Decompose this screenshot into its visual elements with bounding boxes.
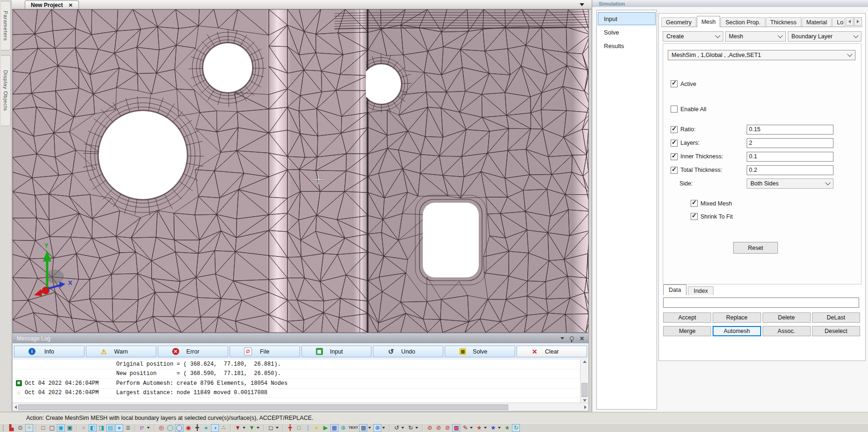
scroll-left-icon[interactable] — [14, 405, 17, 409]
results-plot-icon[interactable]: ▙ — [7, 424, 15, 432]
snap-nodes-icon[interactable]: ∴ — [220, 424, 228, 432]
mesh-set-dropdown[interactable]: MeshSim , 1,Global , ,Active,SET1 — [668, 50, 855, 60]
tab-scroll-left-button[interactable] — [846, 17, 854, 26]
3d-viewport[interactable]: YX — [12, 9, 589, 333]
side-tab-display-objects[interactable]: Display Objects — [1, 55, 11, 126]
solve-log-button[interactable]: ▦Solve — [445, 346, 515, 357]
field-checkbox[interactable] — [671, 126, 678, 133]
tab-material[interactable]: Material — [802, 17, 832, 27]
snap-center-icon[interactable]: ◉ — [184, 424, 192, 432]
field-input[interactable] — [747, 138, 833, 148]
pin-icon[interactable] — [570, 336, 574, 340]
horizontal-scroll-thumb[interactable] — [18, 404, 508, 410]
tab-scroll-right-button[interactable] — [854, 17, 862, 26]
deselect-button[interactable]: Deselect — [812, 326, 860, 336]
warn-log-button[interactable]: ⚠Warn — [86, 346, 156, 357]
horizontal-scrollbar[interactable] — [13, 403, 588, 411]
field-input[interactable] — [747, 125, 833, 135]
action-dropdown[interactable]: Create — [663, 31, 723, 42]
visibility-eye-icon[interactable]: ⊙ — [16, 424, 24, 432]
snap-cluster-icon[interactable]: ╋ — [193, 424, 201, 432]
entity-curve-icon[interactable]: ◧ — [89, 424, 97, 432]
filter-green-icon[interactable]: ▼ — [248, 424, 256, 432]
dropdown-caret-icon[interactable] — [147, 427, 150, 429]
option-checkbox[interactable] — [691, 213, 698, 220]
type-dropdown[interactable]: Boundary Layer — [788, 31, 861, 42]
entity-point-icon[interactable]: ▫ — [80, 424, 88, 432]
log-row[interactable]: ▦Oct 04 2022 04:26:04PMPerform Automesh:… — [13, 379, 580, 389]
field-checkbox[interactable] — [671, 140, 678, 147]
hidden-line-cube-icon[interactable]: ▢ — [48, 424, 56, 432]
message-log-rows[interactable]: Original position = ( 368.624, 77.180, 2… — [13, 360, 580, 403]
message-log-titlebar[interactable]: Message Log ✕ — [13, 333, 588, 343]
entity-dropdown[interactable]: Mesh — [725, 31, 786, 42]
tab-index[interactable]: Index — [688, 286, 714, 295]
delete-mode-icon[interactable]: ⊘ — [426, 424, 434, 432]
input-log-button[interactable]: ▦Input — [301, 346, 372, 357]
snap-circle-icon[interactable]: ◯ — [166, 424, 174, 432]
close-icon[interactable]: ✕ — [580, 336, 584, 341]
delete-mesh-icon[interactable]: ⊘ — [443, 424, 451, 432]
sim-nav-solve[interactable]: Solve — [598, 26, 656, 39]
dropdown-caret-icon[interactable] — [243, 427, 245, 429]
log-row[interactable]: ⚠Oct 04 2022 04:26:04PMLargest distance:… — [13, 389, 580, 398]
refresh-boxed-icon[interactable]: ↻ — [512, 424, 520, 432]
filter-red-icon[interactable]: ▼ — [234, 424, 242, 432]
snap-boxed-sphere-icon[interactable]: ◑ — [211, 424, 219, 432]
regenerate-green-icon[interactable]: ★ — [503, 424, 511, 432]
sim-nav-input[interactable]: Input — [598, 12, 656, 25]
merge-button[interactable]: Merge — [663, 326, 711, 336]
active-checkbox[interactable] — [671, 80, 678, 87]
wireframe-cube-icon[interactable]: □ — [39, 424, 47, 432]
dropdown-caret-icon[interactable] — [368, 427, 371, 429]
dropdown-caret-icon[interactable] — [415, 427, 418, 429]
regenerate-blue-icon[interactable]: ★ — [489, 424, 497, 432]
dropdown-caret-icon[interactable] — [401, 427, 404, 429]
vertical-scroll-thumb[interactable] — [581, 383, 588, 397]
globe-icon[interactable]: ⊕ — [339, 424, 347, 432]
dropdown-caret-icon[interactable] — [498, 427, 501, 429]
entity-solid-icon[interactable]: ▤ — [106, 424, 114, 432]
snap-ellipse-icon[interactable]: ◯ — [175, 424, 183, 432]
side-dropdown[interactable]: Both Sides — [747, 178, 833, 189]
entity-surface-icon[interactable]: ◨ — [98, 424, 105, 432]
replace-button[interactable]: Replace — [713, 312, 761, 323]
collapse-icon[interactable] — [560, 337, 564, 340]
shaded-edges-cube-icon[interactable]: ▣ — [66, 424, 74, 432]
tab-data[interactable]: Data — [663, 284, 686, 295]
dropdown-caret-icon[interactable] — [470, 427, 473, 429]
log-row[interactable]: New position = ( 368.590, 77.181, 26.850… — [13, 369, 580, 379]
tab-section-prop-[interactable]: Section Prop. — [721, 17, 765, 27]
entity-sphere-icon[interactable]: ● — [115, 424, 123, 432]
field-checkbox[interactable] — [671, 153, 678, 160]
clear-log-button[interactable]: ✕Clear — [517, 346, 587, 357]
boxed-globe-icon[interactable]: ⊕ — [373, 424, 381, 432]
label-query-icon[interactable]: [? — [138, 424, 146, 432]
vertical-scroll-track[interactable] — [581, 363, 588, 399]
create-element-icon[interactable]: □ — [295, 424, 303, 432]
accept-button[interactable]: Accept — [663, 312, 711, 323]
assoc-button[interactable]: Assoc. — [763, 326, 811, 336]
automesh-button[interactable]: Automesh — [713, 326, 761, 336]
field-input[interactable] — [747, 152, 833, 162]
document-tab-new-project[interactable]: New Project ✕ — [25, 0, 79, 9]
toolbar-grip[interactable] — [3, 425, 5, 431]
delete-geometry-icon[interactable]: ⊘ — [434, 424, 442, 432]
mesh-grid-icon[interactable]: ▦ — [330, 424, 338, 432]
enable-all-checkbox[interactable] — [671, 106, 678, 113]
delete-button[interactable]: Delete — [763, 312, 811, 323]
undo-icon[interactable]: ↺ — [392, 424, 400, 432]
entity-coil-icon[interactable]: ≣ — [124, 424, 132, 432]
dropdown-caret-icon[interactable] — [276, 427, 279, 429]
field-checkbox[interactable] — [671, 167, 678, 174]
create-edge-icon[interactable]: ∣ — [304, 424, 312, 432]
scroll-down-icon[interactable] — [583, 399, 587, 402]
shaded-cube-icon[interactable]: ▣ — [57, 424, 65, 432]
table-grid-icon[interactable]: ▦ — [359, 424, 367, 432]
scroll-right-icon[interactable] — [584, 405, 587, 409]
selection-input[interactable] — [663, 297, 859, 308]
snap-target-icon[interactable]: ◎ — [157, 424, 165, 432]
reset-button[interactable]: Reset — [733, 242, 778, 254]
create-node-icon[interactable]: ╋ — [286, 424, 294, 432]
text-label-icon[interactable]: TEXT — [348, 424, 358, 432]
